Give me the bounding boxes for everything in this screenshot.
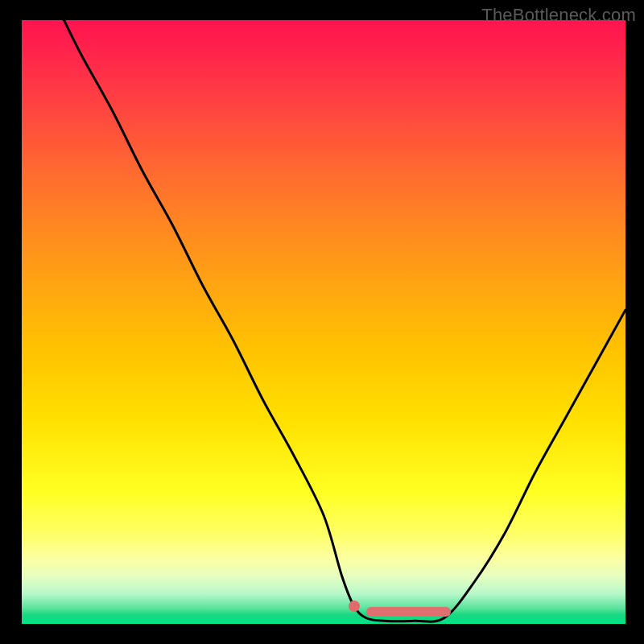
- curve-svg: [22, 20, 625, 624]
- optimal-range-bar: [366, 607, 451, 617]
- bottleneck-chart: TheBottleneck.com: [0, 0, 644, 644]
- watermark-text: TheBottleneck.com: [481, 5, 636, 26]
- bottleneck-curve-path: [64, 20, 626, 621]
- curve-marker: [349, 601, 360, 612]
- plot-area: [22, 20, 625, 624]
